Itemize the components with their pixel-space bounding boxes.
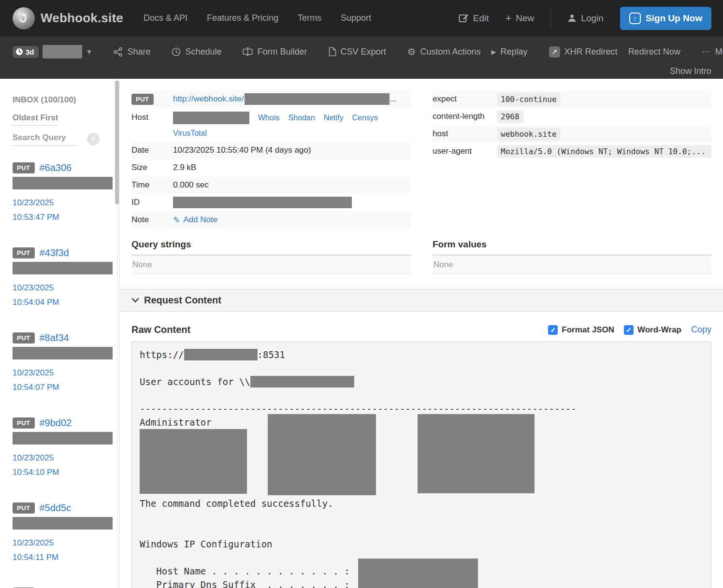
request-timestamp-link[interactable]: 10/23/2025 10:54:11 PM <box>13 536 85 565</box>
toolbar-row: 3d ▼ Share <box>13 39 711 64</box>
gear-icon: ⚙ <box>407 46 416 57</box>
brand[interactable]: Webhook.site <box>13 7 123 29</box>
request-list-item[interactable]: PUT #9bd02 10/23/2025 10:54:10 PM <box>13 417 119 480</box>
search-input[interactable] <box>13 132 76 146</box>
note-row: Note ✎ Add Note <box>131 211 411 229</box>
sidebar-scrollbar-thumb[interactable] <box>115 81 119 204</box>
request-timestamp-link[interactable]: 10/23/2025 10:54:04 PM <box>13 281 85 310</box>
play-icon: ▶ <box>492 48 496 56</box>
add-note-link[interactable]: Add Note <box>183 215 217 225</box>
nav-link-features-pricing[interactable]: Features & Pricing <box>207 13 278 23</box>
request-list-item[interactable]: PUT #6a306 10/23/2025 10:53:47 PM <box>13 162 119 225</box>
request-id-link[interactable]: #8af34 <box>40 332 69 344</box>
chevron-down-icon[interactable]: ▼ <box>86 48 93 56</box>
request-list-item[interactable]: PUT #5dd5c 10/23/2025 10:54:11 PM <box>13 502 119 565</box>
details-grid: PUT http://webhook.site/... Host Whois S… <box>131 90 711 229</box>
replay-button[interactable]: ▶ Replay <box>492 47 528 57</box>
redacted-url <box>245 93 390 105</box>
url-ttl-control[interactable]: 3d ▼ <box>13 45 92 58</box>
sort-order-link[interactable]: Oldest First <box>13 113 58 126</box>
request-timestamp-link[interactable]: 10/23/2025 10:54:10 PM <box>13 451 85 480</box>
new-button[interactable]: + New <box>505 12 534 25</box>
request-detail-table: PUT http://webhook.site/... Host Whois S… <box>131 90 411 229</box>
virustotal-link[interactable]: VirusTotal <box>173 129 207 138</box>
search-row: ? <box>13 132 119 146</box>
redacted-block <box>13 262 113 274</box>
method-badge: PUT <box>13 502 35 514</box>
format-json-toggle[interactable]: ✓ Format JSON <box>548 325 614 335</box>
sign-up-now-button[interactable]: ↑ Sign Up Now <box>620 7 711 30</box>
toolbar-row-2: Show Intro <box>13 64 711 78</box>
request-id-link[interactable]: #5dd5c <box>40 502 72 514</box>
redacted-block <box>358 559 478 588</box>
nav-link-docs-api[interactable]: Docs & API <box>144 13 188 23</box>
request-id-link[interactable]: #6a306 <box>40 162 72 173</box>
request-timestamp-link[interactable]: 10/23/2025 10:53:47 PM <box>13 196 85 225</box>
word-wrap-label: Word-Wrap <box>637 325 681 335</box>
action-toolbar: 3d ▼ Share <box>0 36 723 79</box>
custom-actions-button[interactable]: ⚙ Custom Actions <box>407 46 481 57</box>
header-name: content-length <box>433 112 497 121</box>
time-label: Time <box>131 180 173 190</box>
header-row: expect 100-continue <box>433 90 711 108</box>
header-value: 100-continue <box>497 93 561 106</box>
word-wrap-toggle[interactable]: ✓ Word-Wrap <box>624 325 681 335</box>
redacted-id <box>173 197 352 208</box>
more-button[interactable]: ⋯ More ▼ <box>702 46 723 57</box>
shodan-link[interactable]: Shodan <box>288 114 315 122</box>
raw-url-port: :8531 <box>258 349 285 360</box>
form-input-icon <box>243 47 253 56</box>
header-value: webhook.site <box>497 128 561 141</box>
csv-export-button[interactable]: CSV Export <box>329 47 386 57</box>
nav-link-support[interactable]: Support <box>341 13 371 23</box>
header-value: 2968 <box>497 110 523 123</box>
header-name: user-agent <box>433 146 497 156</box>
login-button[interactable]: Login <box>567 13 604 24</box>
ellipsis-icon: ⋯ <box>702 46 711 57</box>
request-content-title: Request Content <box>144 295 221 306</box>
request-id-link[interactable]: #9bd02 <box>40 417 72 429</box>
request-url-link[interactable]: http://webhook.site/ <box>173 94 244 104</box>
webhook-logo-icon <box>13 7 35 29</box>
censys-link[interactable]: Censys <box>352 114 378 122</box>
show-intro-link[interactable]: Show Intro <box>670 66 711 76</box>
share-button[interactable]: Share <box>114 47 150 57</box>
size-label: Size <box>131 163 173 172</box>
nav-divider <box>550 7 551 29</box>
params-grid: Query strings None Form values None <box>131 239 711 274</box>
date-value: 10/23/2025 10:55:40 PM (4 days ago) <box>173 145 411 155</box>
query-strings-section: Query strings None <box>131 239 411 274</box>
request-timestamp-link[interactable]: 10/23/2025 10:54:07 PM <box>13 366 85 395</box>
netify-link[interactable]: Netify <box>324 114 344 122</box>
schedule-button[interactable]: Schedule <box>172 47 221 57</box>
clock-icon <box>15 48 23 56</box>
inbox-sidebar: INBOX (100/100) Oldest First ? PUT #6a30… <box>0 79 120 588</box>
top-navbar: Webhook.site Docs & API Features & Prici… <box>0 0 723 36</box>
header-name: host <box>433 129 497 139</box>
content-area: INBOX (100/100) Oldest First ? PUT #6a30… <box>0 79 723 588</box>
nav-link-terms[interactable]: Terms <box>298 13 321 23</box>
whois-link[interactable]: Whois <box>258 114 279 122</box>
request-list-item[interactable]: PUT #8af34 10/23/2025 10:54:07 PM <box>13 332 119 395</box>
request-content-header[interactable]: Request Content <box>120 289 723 312</box>
person-icon <box>567 14 577 23</box>
request-id-link[interactable]: #43f3d <box>40 247 69 258</box>
copy-link[interactable]: Copy <box>691 325 711 335</box>
form-builder-button[interactable]: Form Builder <box>243 47 307 57</box>
word-wrap-checkbox[interactable]: ✓ <box>624 325 634 335</box>
redacted-block <box>13 517 113 530</box>
redirect-now-button[interactable]: Redirect Now <box>628 47 680 57</box>
edit-button[interactable]: Edit <box>459 13 489 24</box>
redacted-inline <box>184 349 258 360</box>
redacted-block <box>418 414 535 493</box>
format-json-checkbox[interactable]: ✓ <box>548 325 558 335</box>
request-list-item[interactable]: PUT #43f3d 10/23/2025 10:54:04 PM <box>13 247 119 310</box>
arrow-up-icon: ↑ <box>629 13 641 24</box>
time-row: Time 0.000 sec <box>131 176 411 194</box>
date-row: Date 10/23/2025 10:55:40 PM (4 days ago) <box>131 142 411 159</box>
note-label: Note <box>131 215 173 225</box>
raw-content-title: Raw Content <box>131 324 190 335</box>
xhr-redirect-button[interactable]: ↗ XHR Redirect <box>549 46 618 57</box>
help-icon[interactable]: ? <box>87 133 100 145</box>
method-badge: PUT <box>131 94 154 105</box>
